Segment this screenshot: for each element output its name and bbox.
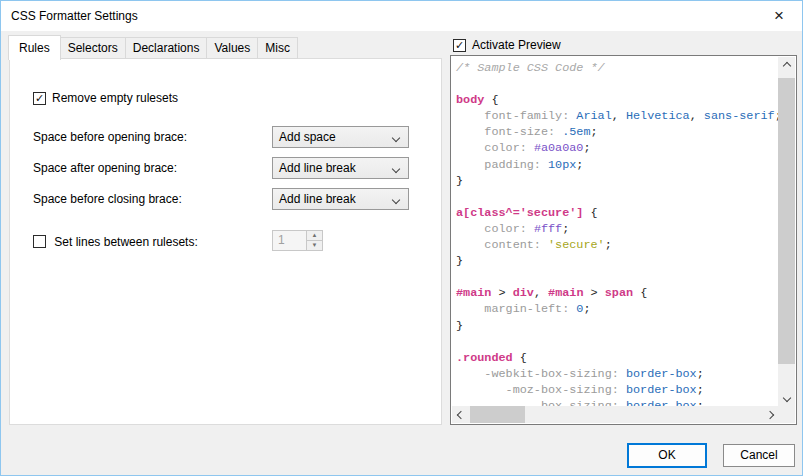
code-line: .rounded {	[456, 350, 778, 366]
code-line: }	[456, 318, 778, 334]
code-line: -webkit-box-sizing: border-box;	[456, 366, 778, 382]
tab-selectors-label: Selectors	[68, 41, 118, 55]
tab-misc[interactable]: Misc	[257, 37, 298, 59]
scroll-up-button[interactable]	[778, 57, 795, 74]
triangle-down-icon: ▼	[312, 242, 318, 248]
set-lines-between-rulesets-row: Set lines between rulesets: 1 ▲ ▼	[33, 231, 421, 253]
code-line: }	[456, 253, 778, 269]
code-line: font-size: .5em;	[456, 124, 778, 140]
code-line: font-family: Arial, Helvetica, sans-seri…	[456, 108, 778, 124]
code-line: box-sizing: border-box;	[456, 398, 778, 406]
rules-tab-page: ✓ Remove empty rulesets Space before ope…	[9, 58, 442, 425]
code-line: #main > div, #main > span {	[456, 285, 778, 301]
chevron-down-icon	[392, 196, 400, 204]
cancel-button[interactable]: Cancel	[723, 444, 795, 467]
title-bar: CSS Formatter Settings ×	[1, 1, 802, 31]
code-line: color: #fff;	[456, 221, 778, 237]
dialog-title: CSS Formatter Settings	[11, 1, 138, 31]
space-after-opening-brace-select[interactable]: Add line break	[272, 157, 409, 179]
lines-between-rulesets-stepper[interactable]: 1 ▲ ▼	[272, 230, 323, 251]
vertical-scrollbar-thumb[interactable]	[778, 78, 795, 364]
scroll-left-button[interactable]	[452, 406, 469, 423]
tab-misc-label: Misc	[265, 41, 290, 55]
scroll-right-button[interactable]	[761, 406, 778, 423]
activate-preview-checkbox[interactable]: ✓	[453, 39, 466, 52]
triangle-up-icon: ▲	[312, 232, 318, 238]
remove-empty-rulesets-checkbox[interactable]: ✓	[33, 92, 46, 105]
code-line: padding: 10px;	[456, 157, 778, 173]
tab-declarations[interactable]: Declarations	[125, 37, 208, 59]
scroll-down-button[interactable]	[778, 389, 795, 406]
code-line: -moz-box-sizing: border-box;	[456, 382, 778, 398]
chevron-down-icon	[392, 134, 400, 142]
tab-values[interactable]: Values	[206, 37, 258, 59]
space-before-closing-brace-label: Space before closing brace:	[33, 192, 182, 206]
activate-preview-row: ✓ Activate Preview	[453, 38, 561, 52]
tab-selectors[interactable]: Selectors	[60, 37, 126, 59]
code-line: margin-left: 0;	[456, 301, 778, 317]
code-line	[456, 269, 778, 285]
chevron-right-icon	[765, 410, 773, 418]
space-before-closing-brace-select[interactable]: Add line break	[272, 188, 409, 210]
horizontal-scrollbar[interactable]	[452, 406, 778, 423]
set-lines-between-rulesets-checkbox[interactable]	[33, 235, 46, 248]
remove-empty-rulesets-label: Remove empty rulesets	[52, 87, 178, 109]
tab-declarations-label: Declarations	[133, 41, 200, 55]
space-before-opening-brace-row: Space before opening brace: Add space	[33, 126, 421, 148]
tab-strip: Rules Selectors Declarations Values Misc	[9, 34, 298, 59]
tab-values-label: Values	[214, 41, 250, 55]
tab-rules[interactable]: Rules	[8, 35, 61, 60]
code-line	[456, 76, 778, 92]
code-line: /* Sample CSS Code */	[456, 60, 778, 76]
vertical-scrollbar[interactable]	[778, 57, 795, 406]
code-line: }	[456, 173, 778, 189]
scrollbar-corner	[778, 406, 795, 423]
space-before-opening-brace-label: Space before opening brace:	[33, 130, 187, 144]
checkmark-icon: ✓	[35, 92, 44, 104]
close-icon: ×	[774, 6, 784, 26]
space-before-opening-brace-value: Add space	[279, 130, 336, 144]
checkmark-icon: ✓	[455, 39, 464, 51]
chevron-up-icon	[782, 61, 790, 69]
code-line: a[class^='secure'] {	[456, 205, 778, 221]
ok-button[interactable]: OK	[627, 443, 707, 468]
space-after-opening-brace-label: Space after opening brace:	[33, 161, 177, 175]
chevron-left-icon	[456, 410, 464, 418]
stepper-buttons: ▲ ▼	[306, 231, 322, 250]
space-before-opening-brace-select[interactable]: Add space	[272, 126, 409, 148]
code-line	[456, 334, 778, 350]
space-after-opening-brace-value: Add line break	[279, 161, 356, 175]
close-button[interactable]: ×	[756, 1, 802, 30]
space-after-opening-brace-row: Space after opening brace: Add line brea…	[33, 157, 421, 179]
set-lines-between-rulesets-label: Set lines between rulesets:	[54, 235, 197, 249]
code-line: content: 'secure';	[456, 237, 778, 253]
code-line	[456, 189, 778, 205]
code-line: color: #a0a0a0;	[456, 140, 778, 156]
css-preview-code: /* Sample CSS Code */ body { font-family…	[452, 57, 778, 406]
chevron-down-icon	[392, 165, 400, 173]
horizontal-scrollbar-thumb[interactable]	[470, 406, 525, 423]
code-line: body {	[456, 92, 778, 108]
chevron-down-icon	[782, 393, 790, 401]
lines-between-rulesets-value: 1	[273, 231, 306, 250]
stepper-down-button[interactable]: ▼	[307, 240, 322, 250]
space-before-closing-brace-value: Add line break	[279, 192, 356, 206]
stepper-up-button[interactable]: ▲	[307, 231, 322, 240]
remove-empty-rulesets-row: ✓ Remove empty rulesets	[33, 87, 178, 109]
space-before-closing-brace-row: Space before closing brace: Add line bre…	[33, 188, 421, 210]
activate-preview-label: Activate Preview	[472, 38, 561, 52]
tab-rules-label: Rules	[19, 41, 50, 55]
css-preview-panel: /* Sample CSS Code */ body { font-family…	[450, 55, 797, 425]
css-formatter-settings-dialog: CSS Formatter Settings × Rules Selectors…	[0, 0, 803, 476]
